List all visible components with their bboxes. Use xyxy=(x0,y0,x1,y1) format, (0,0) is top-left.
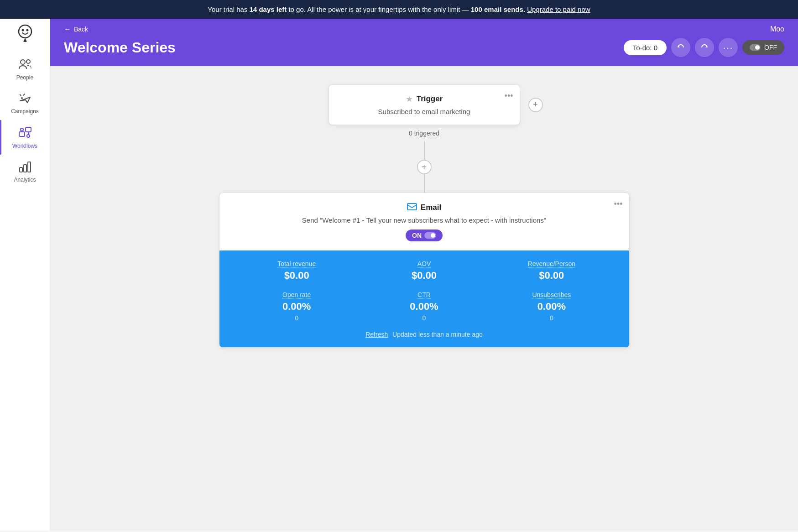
total-revenue-value: $0.00 xyxy=(233,270,360,282)
ctr-label[interactable]: CTR xyxy=(417,291,431,299)
stats-row-1: Total revenue $0.00 AOV $0.00 Revenue/Pe… xyxy=(233,260,615,282)
people-icon xyxy=(18,58,32,73)
open-rate-sub: 0 xyxy=(233,314,360,322)
more-options-icon: ··· xyxy=(723,42,734,53)
ctr-value: 0.00% xyxy=(360,301,488,313)
sidebar-item-people[interactable]: People xyxy=(0,52,50,86)
unsubscribes-label[interactable]: Unsubscribes xyxy=(532,291,571,299)
email-title: Email xyxy=(421,203,441,212)
unsubscribes-sub: 0 xyxy=(488,314,615,322)
email-envelope-icon xyxy=(407,203,417,210)
sidebar-item-workflows[interactable]: Workflows xyxy=(0,120,50,155)
campaigns-icon xyxy=(18,92,32,106)
stat-open-rate: Open rate 0.00% 0 xyxy=(233,291,360,322)
total-revenue-label[interactable]: Total revenue xyxy=(277,260,316,268)
stat-total-revenue: Total revenue $0.00 xyxy=(233,260,360,282)
add-step-button[interactable]: + xyxy=(417,160,432,174)
open-rate-label[interactable]: Open rate xyxy=(282,291,311,299)
aov-value: $0.00 xyxy=(360,270,488,282)
sidebar-item-campaigns[interactable]: Campaigns xyxy=(0,86,50,120)
aov-label[interactable]: AOV xyxy=(417,260,431,268)
stat-ctr: CTR 0.00% 0 xyxy=(360,291,488,322)
svg-point-13 xyxy=(27,135,30,137)
upgrade-link[interactable]: Upgrade to paid now xyxy=(527,5,590,13)
header-top: ← Back Moo xyxy=(64,25,784,33)
workflow-toggle-button[interactable]: OFF xyxy=(742,40,784,55)
triggered-count-label: 0 triggered xyxy=(409,130,439,137)
user-name: Moo xyxy=(770,25,784,33)
unsubscribes-value: 0.00% xyxy=(488,301,615,313)
trigger-header: ★ Trigger xyxy=(343,94,506,104)
svg-rect-15 xyxy=(24,165,26,172)
svg-point-5 xyxy=(21,97,23,99)
back-button[interactable]: ← Back xyxy=(64,25,88,33)
svg-line-6 xyxy=(23,94,25,95)
svg-rect-9 xyxy=(26,127,31,132)
connector-line-1 xyxy=(424,141,425,160)
refresh-link[interactable]: Refresh xyxy=(365,331,388,338)
page-header: ← Back Moo Welcome Series To-do: 0 xyxy=(50,19,798,66)
email-toggle-button[interactable]: ON xyxy=(406,229,443,241)
toggle-indicator xyxy=(750,44,761,51)
trigger-wrapper: ★ Trigger Subscribed to email marketing … xyxy=(329,84,520,125)
star-icon: ★ xyxy=(406,94,413,104)
email-menu-button[interactable]: ••• xyxy=(614,199,623,209)
stats-row-2: Open rate 0.00% 0 CTR 0.00% 0 Unsubscrib… xyxy=(233,291,615,322)
updated-label: Updated less than a minute ago xyxy=(392,331,483,338)
main-content: ← Back Moo Welcome Series To-do: 0 xyxy=(50,19,798,531)
email-header: Email xyxy=(233,202,615,213)
svg-point-0 xyxy=(19,25,31,38)
analytics-icon xyxy=(18,160,32,175)
sidebar-item-people-label: People xyxy=(16,74,33,81)
undo-button[interactable] xyxy=(671,38,690,57)
trial-days: 14 days left xyxy=(250,5,287,13)
back-arrow-icon: ← xyxy=(64,25,71,33)
stats-section: Total revenue $0.00 AOV $0.00 Revenue/Pe… xyxy=(219,250,629,347)
on-toggle-indicator xyxy=(424,232,436,239)
sidebar-item-workflows-label: Workflows xyxy=(12,143,37,149)
on-toggle-label: ON xyxy=(412,232,422,239)
revenue-person-value: $0.00 xyxy=(488,270,615,282)
trigger-description: Subscribed to email marketing xyxy=(343,108,506,115)
sidebar-item-analytics[interactable]: Analytics xyxy=(0,155,50,188)
svg-point-4 xyxy=(26,60,30,63)
sidebar: People Campaigns xyxy=(0,19,50,531)
stat-unsubscribes: Unsubscribes 0.00% 0 xyxy=(488,291,615,322)
app-body: People Campaigns xyxy=(0,19,798,531)
add-branch-button[interactable]: + xyxy=(528,98,543,112)
canvas-area: ★ Trigger Subscribed to email marketing … xyxy=(50,66,798,531)
trigger-card[interactable]: ★ Trigger Subscribed to email marketing … xyxy=(329,84,520,125)
workflows-icon xyxy=(18,125,32,141)
toggle-label: OFF xyxy=(764,44,777,51)
trial-banner: Your trial has 14 days left to go. All t… xyxy=(0,0,798,19)
svg-point-3 xyxy=(21,60,25,64)
redo-icon xyxy=(700,43,709,52)
redo-button[interactable] xyxy=(695,38,714,57)
logo xyxy=(15,23,35,43)
trigger-title: Trigger xyxy=(417,94,443,104)
todo-button[interactable]: To-do: 0 xyxy=(624,40,667,55)
revenue-person-label[interactable]: Revenue/Person xyxy=(528,260,575,268)
trigger-menu-button[interactable]: ••• xyxy=(505,91,513,101)
trial-limit: 100 email sends. xyxy=(471,5,525,13)
email-card-top: Email Send "Welcome #1 - Tell your new s… xyxy=(219,193,629,250)
email-description: Send "Welcome #1 - Tell your new subscri… xyxy=(233,216,615,224)
more-options-button[interactable]: ··· xyxy=(719,38,738,57)
ctr-sub: 0 xyxy=(360,314,488,322)
back-label: Back xyxy=(74,26,88,33)
stat-aov: AOV $0.00 xyxy=(360,260,488,282)
svg-rect-8 xyxy=(19,132,25,136)
header-actions: To-do: 0 ··· xyxy=(624,38,784,57)
undo-icon xyxy=(677,43,685,52)
svg-line-7 xyxy=(20,94,21,96)
logo-icon xyxy=(15,23,35,43)
sidebar-item-campaigns-label: Campaigns xyxy=(11,108,39,115)
svg-point-1 xyxy=(21,29,24,31)
stats-footer: Refresh Updated less than a minute ago xyxy=(233,331,615,338)
open-rate-value: 0.00% xyxy=(233,301,360,313)
connector-line-2 xyxy=(424,174,425,193)
email-card: Email Send "Welcome #1 - Tell your new s… xyxy=(219,193,630,348)
stat-revenue-person: Revenue/Person $0.00 xyxy=(488,260,615,282)
svg-rect-17 xyxy=(407,203,417,210)
sidebar-item-analytics-label: Analytics xyxy=(14,177,36,183)
